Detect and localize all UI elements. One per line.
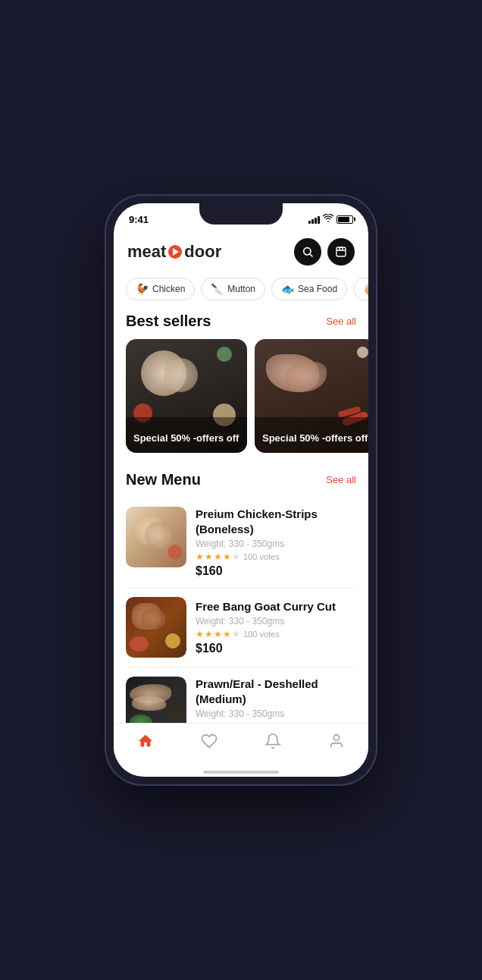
phone-screen: 9:41: [114, 203, 368, 777]
menu-item-3-weight: Weight: 330 - 350gms: [196, 708, 356, 719]
menu-item-1-image: [126, 507, 186, 567]
menu-item-1-name: Preium Chicken-Strips (Boneless): [196, 507, 356, 536]
menu-list: Preium Chicken-Strips (Boneless) Weight:…: [114, 498, 368, 723]
category-eggs[interactable]: 🥚 Eggs: [353, 278, 368, 300]
heart-icon: [201, 733, 218, 754]
bell-icon: [264, 733, 281, 754]
bottom-navigation: [114, 723, 368, 771]
best-sellers-see-all[interactable]: See all: [326, 316, 356, 327]
signal-icon: [308, 215, 320, 224]
menu-item-1-votes: 100 votes: [243, 552, 280, 561]
category-seafood[interactable]: 🐟 Sea Food: [271, 278, 347, 300]
menu-item-2-image: [126, 597, 186, 658]
person-icon: [328, 733, 345, 754]
status-icons: [308, 214, 353, 225]
menu-item-2[interactable]: Free Bang Goat Curry Cut Weight: 330 - 3…: [126, 588, 356, 667]
status-time: 9:41: [129, 214, 149, 225]
best-seller-card-2-overlay: Special 50% -offers off: [255, 417, 368, 453]
menu-item-3-image: [126, 677, 186, 723]
wifi-icon: [323, 214, 333, 225]
best-seller-card-1[interactable]: Special 50% -offers off: [126, 339, 247, 453]
home-icon: [137, 733, 154, 754]
category-chicken[interactable]: 🐓 Chicken: [126, 278, 195, 300]
logo-text-door: door: [184, 242, 221, 262]
cart-button[interactable]: [327, 238, 355, 265]
logo-play-icon: [168, 245, 182, 259]
best-sellers-carousel: Special 50% -offers off Special 50% -off…: [114, 339, 368, 468]
menu-item-2-votes: 100 votes: [243, 630, 280, 639]
header-actions: [294, 238, 355, 265]
menu-item-1-price: $160: [196, 564, 356, 578]
main-content: meat door: [114, 231, 368, 723]
menu-item-3[interactable]: Prawn/Eral - Deshelled (Medium) Weight: …: [126, 667, 356, 723]
menu-item-2-name: Free Bang Goat Curry Cut: [196, 599, 356, 614]
menu-item-2-weight: Weight: 330 - 350gms: [196, 616, 356, 627]
svg-point-2: [333, 735, 339, 740]
search-button[interactable]: [294, 238, 321, 265]
menu-item-2-info: Free Bang Goat Curry Cut Weight: 330 - 3…: [196, 597, 356, 658]
nav-notifications[interactable]: [255, 730, 290, 757]
new-menu-see-all[interactable]: See all: [326, 474, 356, 485]
menu-item-2-rating: ★ ★ ★ ★ ★ 100 votes: [196, 629, 356, 639]
battery-icon: [336, 215, 353, 224]
phone-frame: 9:41: [105, 194, 377, 786]
menu-item-3-info: Prawn/Eral - Deshelled (Medium) Weight: …: [196, 677, 356, 723]
menu-item-1-rating: ★ ★ ★ ★ ★ 100 votes: [196, 551, 356, 562]
best-seller-card-1-overlay: Special 50% -offers off: [126, 417, 247, 453]
menu-item-1[interactable]: Preium Chicken-Strips (Boneless) Weight:…: [126, 498, 356, 588]
menu-item-2-price: $160: [196, 642, 356, 655]
nav-home[interactable]: [128, 730, 163, 757]
best-seller-card-2-label: Special 50% -offers off: [262, 432, 368, 445]
nav-favorites[interactable]: [192, 730, 227, 757]
best-seller-card-2[interactable]: Special 50% -offers off: [255, 339, 368, 453]
new-menu-title: New Menu: [126, 471, 201, 488]
menu-item-1-info: Preium Chicken-Strips (Boneless) Weight:…: [196, 507, 356, 578]
notch: [199, 203, 283, 225]
category-mutton[interactable]: 🔪 Mutton: [201, 278, 265, 300]
new-menu-header: New Menu See all: [114, 468, 368, 498]
logo-text-meat: meat: [127, 242, 166, 262]
best-sellers-title: Best sellers: [126, 313, 211, 330]
svg-rect-1: [336, 247, 346, 256]
app-logo: meat door: [127, 242, 221, 262]
app-header: meat door: [114, 231, 368, 273]
nav-profile[interactable]: [319, 730, 354, 757]
best-seller-card-1-label: Special 50% -offers off: [133, 432, 239, 445]
home-indicator: [203, 771, 279, 774]
menu-item-3-name: Prawn/Eral - Deshelled (Medium): [196, 677, 356, 706]
best-sellers-header: Best sellers See all: [114, 309, 368, 339]
menu-item-1-weight: Weight: 330 - 350gms: [196, 539, 356, 549]
category-list: 🐓 Chicken 🔪 Mutton 🐟 Sea Food 🥚 Eggs: [114, 273, 368, 309]
